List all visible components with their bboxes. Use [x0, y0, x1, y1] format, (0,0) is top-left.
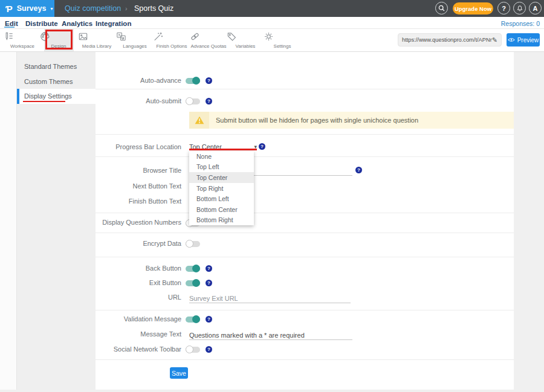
auto-submit-toggle[interactable] [186, 97, 200, 105]
dropdown-option-bottom-center[interactable]: Bottom Center [189, 204, 254, 215]
validation-message-toggle[interactable] [186, 315, 200, 323]
help-button[interactable]: ? [497, 2, 510, 14]
survey-url-text: https://www.questionpro.com/t/APNrFZ [402, 37, 492, 43]
dropdown-option-bottom-right[interactable]: Bottom Right [189, 214, 254, 225]
tag-icon [226, 31, 265, 43]
social-network-toolbar-toggle[interactable] [186, 345, 200, 353]
message-text-input[interactable] [189, 330, 352, 340]
upgrade-now-button[interactable]: Upgrade Now [453, 2, 493, 14]
avatar[interactable]: A [529, 2, 542, 14]
chain-link-icon [189, 31, 228, 43]
social-network-toolbar-help-icon[interactable]: ? [206, 346, 212, 353]
toolbar-item-label: Advance Quotas [189, 43, 228, 49]
divider [96, 233, 514, 233]
auto-advance-help-icon[interactable]: ? [206, 77, 212, 84]
bell-icon [516, 2, 523, 14]
divider [96, 359, 514, 360]
search-button[interactable] [435, 2, 448, 14]
message-text-label: Message Text [0, 330, 181, 338]
display-settings-annotation-underline [23, 101, 65, 102]
toolbar-item-label: Media Library [77, 43, 116, 49]
auto-advance-toggle[interactable] [186, 77, 200, 85]
exit-button-toggle[interactable] [186, 279, 200, 287]
translate-icon [115, 31, 154, 43]
social-network-toolbar-label: Social Network Toolbar [0, 345, 181, 353]
questionpro-logo: Ƥ [5, 4, 13, 14]
gear-icon [263, 31, 302, 43]
breadcrumb-parent[interactable]: Quiz competition [65, 0, 121, 17]
tab-integration[interactable]: Integration [96, 20, 131, 27]
divider [96, 89, 514, 89]
toolbar-item-label: Workspace [3, 43, 42, 49]
toolbar-item-workspace[interactable]: Workspace [3, 31, 42, 49]
active-tab-underline [4, 27, 15, 28]
chevron-down-icon: ▾ [50, 6, 53, 11]
auto-submit-warning: Submit button will be hidden for pages w… [189, 112, 514, 129]
toolbar-item-advance-quotas[interactable]: Advance Quotas [189, 31, 228, 49]
finish-button-text-label: Finish Button Text [0, 198, 181, 205]
sidebar-item-standard-themes[interactable]: Standard Themes [17, 59, 96, 74]
divider [96, 213, 514, 213]
tab-analytics[interactable]: Analytics [62, 20, 92, 27]
browser-title-help-icon[interactable]: ? [355, 167, 362, 173]
back-button-label: Back Button [0, 265, 181, 272]
progress-bar-location-label: Progress Bar Location [0, 143, 181, 151]
preview-label: Preview [517, 37, 539, 43]
breadcrumb-current: Sports Quiz [134, 0, 173, 17]
dropdown-option-none[interactable]: None [189, 151, 254, 162]
divider [96, 310, 514, 310]
notifications-button[interactable] [513, 2, 526, 14]
top-bar: Ƥ Surveys ▾ Quiz competition › Sports Qu… [0, 0, 544, 17]
preview-button[interactable]: Preview [507, 33, 540, 47]
progress-bar-help-icon[interactable]: ? [259, 143, 265, 150]
tab-distribute[interactable]: Distribute [25, 20, 58, 27]
toolbar-item-variables[interactable]: Variables [226, 31, 265, 49]
auto-advance-label: Auto-advance [0, 77, 181, 85]
divider [96, 134, 514, 135]
upgrade-now-label: Upgrade Now [455, 5, 491, 12]
search-icon [438, 2, 445, 14]
warning-text: Submit button will be hidden for pages w… [209, 112, 514, 129]
back-button-toggle[interactable] [186, 265, 200, 272]
encrypt-data-label: Encrypt Data [0, 240, 181, 248]
validation-message-label: Validation Message [0, 315, 181, 323]
toolbar-item-finish-options[interactable]: Finish Options [152, 31, 191, 49]
exit-button-help-icon[interactable]: ? [206, 280, 212, 286]
toolbar-item-settings[interactable]: Settings [263, 31, 302, 49]
exit-url-input[interactable] [189, 294, 351, 303]
toolbar-item-media-library[interactable]: Media Library [77, 31, 116, 49]
toolbar-item-design[interactable]: Design [39, 31, 78, 49]
dropdown-option-top-left[interactable]: Top Left [189, 162, 254, 173]
question-mark-icon: ? [502, 5, 506, 12]
browser-title-label: Browser Title [0, 167, 181, 175]
workspace-icon [3, 31, 42, 43]
avatar-initial: A [533, 5, 538, 12]
divider [96, 257, 514, 257]
toolbar-item-label: Variables [226, 43, 265, 49]
toolbar-item-label: Settings [263, 43, 302, 49]
surveys-menu[interactable]: Ƥ Surveys ▾ [0, 0, 54, 17]
exit-url-label: URL [0, 294, 181, 301]
toolbar-item-label: Design [39, 43, 78, 49]
toolbar-item-label: Languages [115, 43, 154, 49]
warning-triangle-icon [189, 112, 209, 129]
dropdown-option-top-right[interactable]: Top Right [189, 183, 254, 194]
save-button[interactable]: Save [170, 367, 188, 379]
validation-message-help-icon[interactable]: ? [206, 316, 212, 323]
toolbar-item-languages[interactable]: Languages [115, 31, 154, 49]
auto-submit-help-icon[interactable]: ? [206, 98, 212, 104]
next-button-text-label: Next Button Text [0, 182, 181, 190]
encrypt-data-toggle[interactable] [186, 240, 200, 248]
edit-url-pencil-icon[interactable]: ✎ [492, 36, 497, 44]
dropdown-option-top-center[interactable]: Top Center [189, 172, 254, 183]
toolbar-item-label: Finish Options [152, 43, 191, 49]
surveys-menu-label: Surveys [17, 4, 47, 13]
survey-url-field[interactable]: https://www.questionpro.com/t/APNrFZ ✎ [398, 33, 502, 47]
dropdown-option-bottom-left[interactable]: Bottom Left [189, 193, 254, 204]
exit-button-label: Exit Button [0, 279, 181, 287]
display-question-numbers-label: Display Question Numbers [0, 219, 181, 227]
back-button-help-icon[interactable]: ? [206, 265, 212, 272]
responses-count: Responses: 0 [501, 20, 540, 27]
image-icon [77, 31, 116, 43]
magic-wand-icon [152, 31, 191, 43]
